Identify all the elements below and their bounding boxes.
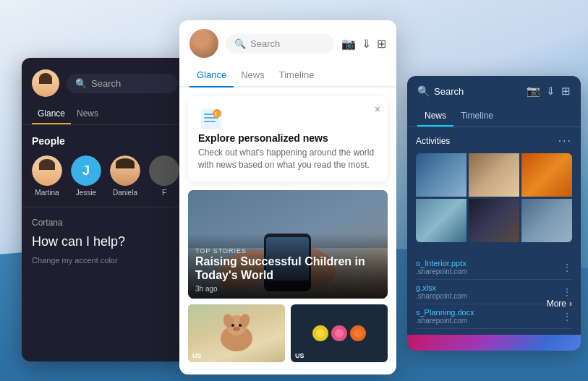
news-notification-icon: ! — [198, 106, 224, 132]
news-cards-bottom: US US — [188, 304, 388, 362]
photo-mountain[interactable] — [416, 153, 466, 197]
people-title: People — [32, 135, 178, 147]
chevron-right-icon: › — [569, 299, 572, 309]
doc-site-2: .sharepoint.com — [416, 292, 467, 300]
photo-stripes[interactable] — [469, 199, 519, 242]
doc-info-2: g.xlsx .sharepoint.com — [416, 283, 467, 300]
person-name-f: F — [162, 189, 166, 197]
person-jessie[interactable]: J Jessie — [71, 155, 101, 197]
header-icons-center: 📷 ⇓ ⊞ — [341, 37, 386, 51]
document-section: o_Interior.pptx .sharepoint.com ⋮ g.xlsx… — [407, 249, 581, 335]
notification-description: Check out what's happening around the wo… — [198, 147, 378, 171]
download-icon[interactable]: ⇓ — [362, 37, 371, 51]
search-label-left: Search — [91, 78, 121, 89]
svg-point-19 — [233, 327, 240, 331]
person-martina[interactable]: Martina — [32, 155, 62, 197]
tab-glance-center[interactable]: Glance — [189, 64, 234, 87]
news-overlay-main: TOP STORIES Raising Successful Children … — [188, 241, 388, 298]
avatar-daniela — [110, 155, 140, 186]
doc-menu-1[interactable]: ⋮ — [562, 262, 572, 273]
photo-group[interactable] — [521, 199, 572, 242]
panel-center-header: 🔍 Search 📷 ⇓ ⊞ — [179, 20, 396, 58]
person-name-martina: Martina — [35, 189, 59, 197]
user-avatar-center — [189, 29, 218, 58]
svg-point-17 — [231, 324, 234, 327]
panel-right-header: 🔍 Search 📷 ⇓ ⊞ — [407, 76, 581, 106]
news-card-dog[interactable]: US — [188, 304, 285, 362]
photo-collage[interactable] — [469, 153, 519, 197]
doc-info-3: s_Planning.docx .sharepoint.com — [416, 308, 474, 325]
news-card-donuts[interactable]: US — [291, 304, 388, 362]
search-icon-center: 🔍 — [234, 38, 246, 49]
photo-autumn[interactable] — [521, 153, 572, 197]
svg-point-4 — [213, 109, 221, 118]
cortana-sub: Change my accent color — [32, 256, 178, 265]
avatar-jessie: J — [71, 155, 101, 186]
news-label-donuts: US — [295, 352, 304, 359]
tab-timeline-right[interactable]: Timeline — [453, 106, 500, 127]
user-avatar-left — [32, 69, 59, 97]
camera-icon[interactable]: 📷 — [341, 37, 356, 51]
news-label-dog: US — [192, 352, 202, 359]
avatar-f — [149, 155, 179, 186]
tab-timeline-center[interactable]: Timeline — [272, 64, 322, 87]
donut-orange — [350, 325, 366, 341]
cortana-section: Cortana How can I help? Change my accent… — [22, 207, 188, 275]
person-name-jessie: Jessie — [76, 189, 96, 197]
panel-center: 🔍 Search 📷 ⇓ ⊞ Glance News Timeline — [179, 20, 396, 374]
notification-title: Explore personalized news — [198, 132, 378, 144]
panel-right: 🔍 Search 📷 ⇓ ⊞ News Timeline Activities … — [407, 76, 581, 351]
search-bar-left[interactable]: 🔍 Search — [67, 74, 178, 93]
news-image-donuts: US — [291, 304, 388, 362]
panel-left: 🔍 Search Glance News People Martina J Je… — [22, 58, 188, 361]
tabs-right: News Timeline — [407, 106, 581, 127]
doc-bottom-strip — [407, 335, 581, 351]
search-label-right: Search — [434, 86, 464, 97]
search-bar-center[interactable]: 🔍 Search — [226, 34, 334, 53]
notification-card: ! Explore personalized news Check out wh… — [188, 96, 388, 181]
photo-lake[interactable] — [416, 199, 466, 242]
close-notification-button[interactable]: × — [375, 103, 380, 115]
news-image-dog: US — [188, 304, 285, 362]
tab-news-center[interactable]: News — [234, 64, 272, 87]
download-icon-right[interactable]: ⇓ — [546, 85, 555, 98]
tabs-dark: Glance News — [22, 104, 188, 125]
doc-item-1[interactable]: o_Interior.pptx .sharepoint.com ⋮ — [416, 255, 572, 280]
photo-grid — [416, 153, 572, 242]
search-icon-right: 🔍 — [417, 85, 430, 97]
tab-glance-left[interactable]: Glance — [32, 104, 71, 124]
cortana-question: How can I help? — [32, 234, 178, 250]
person-f[interactable]: F — [149, 155, 179, 197]
doc-site-1: .sharepoint.com — [416, 267, 467, 275]
person-daniela[interactable]: Daniela — [110, 155, 140, 197]
grid-icon[interactable]: ⊞ — [377, 37, 386, 51]
svg-rect-7 — [188, 190, 388, 248]
dog-image — [188, 304, 285, 362]
donut-yellow — [312, 325, 328, 341]
activities-menu[interactable]: ··· — [558, 134, 572, 147]
doc-site-3: .sharepoint.com — [416, 317, 474, 325]
photo-grid-section: Activities ··· — [407, 127, 581, 249]
donuts-image — [291, 304, 388, 362]
more-button[interactable]: More › — [547, 299, 572, 309]
search-bar-right[interactable]: 🔍 Search — [417, 85, 464, 97]
tab-news-right[interactable]: News — [417, 106, 453, 127]
news-headline-main: Raising Successful Children in Today's W… — [195, 254, 380, 282]
svg-rect-1 — [204, 114, 214, 115]
tab-news-left[interactable]: News — [71, 104, 104, 124]
grid-icon-right[interactable]: ⊞ — [561, 85, 571, 98]
doc-name-3: s_Planning.docx — [416, 308, 474, 317]
news-card-main[interactable]: TOP STORIES Raising Successful Children … — [188, 190, 388, 299]
doc-menu-3[interactable]: ⋮ — [562, 311, 572, 322]
people-section: People Martina J Jessie Daniela — [22, 125, 188, 207]
people-row: Martina J Jessie Daniela F — [32, 155, 178, 197]
news-time-main: 3h ago — [195, 285, 380, 293]
search-icon: 🔍 — [75, 78, 87, 89]
news-label-main: TOP STORIES — [195, 247, 380, 254]
camera-icon-right[interactable]: 📷 — [527, 85, 540, 98]
doc-menu-2[interactable]: ⋮ — [562, 286, 572, 298]
tabs-center: Glance News Timeline — [179, 64, 396, 87]
doc-info-1: o_Interior.pptx .sharepoint.com — [416, 259, 467, 275]
photo-grid-header: Activities ··· — [416, 134, 572, 147]
person-name-daniela: Daniela — [113, 189, 137, 197]
